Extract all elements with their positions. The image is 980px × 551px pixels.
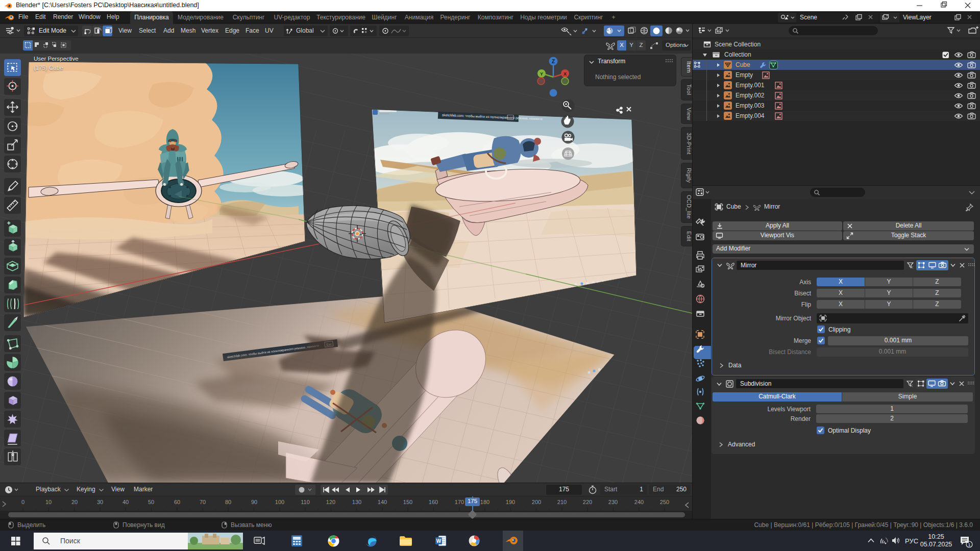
svg-text:W: W bbox=[436, 538, 442, 544]
svg-text:X: X bbox=[564, 71, 567, 77]
svg-text:Y: Y bbox=[540, 71, 543, 77]
svg-text:1: 1 bbox=[968, 542, 970, 547]
svg-text:Z: Z bbox=[552, 59, 555, 64]
